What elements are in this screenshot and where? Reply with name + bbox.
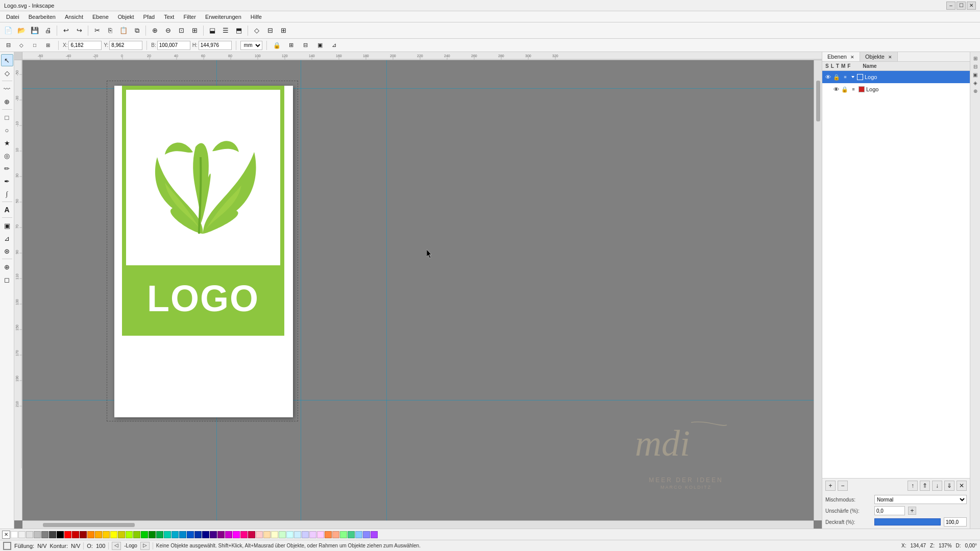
- fill-indicator[interactable]: [3, 542, 11, 550]
- palette-swatch[interactable]: [172, 531, 179, 538]
- palette-swatch[interactable]: [34, 531, 41, 538]
- palette-swatch[interactable]: [187, 531, 194, 538]
- palette-swatch[interactable]: [340, 531, 347, 538]
- palette-swatch[interactable]: [18, 531, 26, 538]
- palette-swatch[interactable]: [363, 531, 370, 538]
- menu-ebene[interactable]: Ebene: [88, 13, 113, 21]
- edge-btn-4[interactable]: ◈: [971, 79, 979, 87]
- menu-erweiterungen[interactable]: Erweiterungen: [201, 13, 246, 21]
- palette-swatch[interactable]: [202, 531, 209, 538]
- duplicate-btn[interactable]: ⧉: [131, 24, 143, 37]
- zoom-in-btn[interactable]: ⊕: [149, 24, 161, 37]
- move-up-btn[interactable]: ↑: [908, 481, 918, 491]
- layer-row-logo-group[interactable]: 👁 🔒 ≡ Logo: [822, 71, 970, 83]
- add-layer-btn[interactable]: +: [825, 481, 836, 491]
- tweak-tool-btn[interactable]: 〰: [1, 83, 13, 95]
- menu-bearbeiten[interactable]: Bearbeiten: [24, 13, 60, 21]
- transform3-btn[interactable]: ▣: [314, 39, 326, 52]
- fit-page-btn[interactable]: ⊞: [188, 24, 201, 37]
- tab-ebenen-close[interactable]: ✕: [850, 55, 854, 60]
- palette-swatch[interactable]: [325, 531, 332, 538]
- dropper-tool-btn[interactable]: ⊛: [1, 245, 13, 257]
- pencil-tool-btn[interactable]: ✏: [1, 162, 13, 174]
- palette-swatch[interactable]: [141, 531, 148, 538]
- paint-tool-btn[interactable]: ⊿: [1, 232, 13, 244]
- menu-text[interactable]: Text: [160, 13, 178, 21]
- layer-prev-btn[interactable]: ◁: [112, 542, 121, 550]
- menu-pfad[interactable]: Pfad: [139, 13, 159, 21]
- palette-swatch[interactable]: [248, 531, 255, 538]
- snap-grid[interactable]: ⊞: [42, 39, 54, 52]
- palette-swatch[interactable]: [26, 531, 33, 538]
- palette-swatch[interactable]: [133, 531, 140, 538]
- palette-swatch[interactable]: [225, 531, 232, 538]
- palette-swatch[interactable]: [317, 531, 324, 538]
- layer-item-list-icon[interactable]: ≡: [850, 86, 857, 93]
- redo-btn[interactable]: ↪: [73, 24, 85, 37]
- fit-btn[interactable]: ⊡: [175, 24, 187, 37]
- spray-tool-btn[interactable]: ⊕: [1, 261, 13, 273]
- palette-swatch[interactable]: [355, 531, 362, 538]
- palette-swatch[interactable]: [371, 531, 378, 538]
- palette-swatch[interactable]: [49, 531, 56, 538]
- move-bottom-btn[interactable]: ⇓: [944, 481, 954, 491]
- palette-swatch[interactable]: [156, 531, 163, 538]
- palette-swatch[interactable]: [72, 531, 79, 538]
- vertical-scroll-thumb[interactable]: [816, 81, 820, 121]
- layer-visibility-icon[interactable]: 👁: [824, 73, 831, 81]
- palette-swatch[interactable]: [332, 531, 339, 538]
- tab-objekte[interactable]: Objekte ✕: [860, 52, 898, 61]
- h-input[interactable]: [199, 41, 232, 50]
- palette-swatch[interactable]: [194, 531, 202, 538]
- palette-swatch[interactable]: [271, 531, 278, 538]
- deckraft-slider[interactable]: [874, 518, 941, 525]
- close-button[interactable]: ✕: [967, 2, 976, 10]
- palette-swatch[interactable]: [11, 531, 18, 538]
- tab-objekte-close[interactable]: ✕: [888, 55, 892, 60]
- b-input[interactable]: [157, 41, 190, 50]
- palette-swatch[interactable]: [80, 531, 87, 538]
- vertical-scrollbar[interactable]: [814, 60, 822, 520]
- align-center-btn[interactable]: ☰: [219, 24, 232, 37]
- cut-btn[interactable]: ✂: [91, 24, 103, 37]
- palette-swatch[interactable]: [233, 531, 240, 538]
- transform2-btn[interactable]: ⊟: [300, 39, 312, 52]
- star-tool-btn[interactable]: ★: [1, 137, 13, 149]
- remove-layer-btn[interactable]: −: [838, 481, 848, 491]
- undo-btn[interactable]: ↩: [60, 24, 72, 37]
- layer-item-lock-icon[interactable]: 🔒: [841, 86, 848, 93]
- snap-btn[interactable]: ⊟: [264, 24, 276, 37]
- pen-tool-btn[interactable]: ✒: [1, 175, 13, 187]
- print-btn[interactable]: 🖨: [42, 24, 54, 37]
- layer-next-btn[interactable]: ▷: [140, 542, 150, 550]
- minimize-button[interactable]: –: [946, 2, 955, 10]
- palette-swatch[interactable]: [348, 531, 355, 538]
- palette-swatch[interactable]: [64, 531, 71, 538]
- spiral-tool-btn[interactable]: ◎: [1, 149, 13, 162]
- select-tool-btn[interactable]: ↖: [1, 54, 13, 66]
- snap-nodes[interactable]: ◇: [15, 39, 28, 52]
- horizontal-scroll-thumb[interactable]: [43, 523, 135, 527]
- palette-swatch[interactable]: [302, 531, 309, 538]
- deckraft-input[interactable]: [944, 517, 967, 527]
- align-right-btn[interactable]: ⬒: [233, 24, 245, 37]
- palette-swatch[interactable]: [110, 531, 117, 538]
- gradient-tool-btn[interactable]: ▣: [1, 219, 13, 232]
- palette-swatch[interactable]: [263, 531, 271, 538]
- layer-lock-icon[interactable]: 🔒: [833, 73, 840, 81]
- zoom-out-btn[interactable]: ⊖: [162, 24, 174, 37]
- node-tool-btn[interactable]: ◇: [1, 67, 13, 79]
- palette-swatch[interactable]: [279, 531, 286, 538]
- node-btn[interactable]: ◇: [251, 24, 263, 37]
- save-btn[interactable]: 💾: [29, 24, 41, 37]
- unschaerfe-input[interactable]: [874, 506, 905, 515]
- menu-filter[interactable]: Filter: [179, 13, 200, 21]
- palette-swatch[interactable]: [126, 531, 133, 538]
- menu-hilfe[interactable]: Hilfe: [247, 13, 266, 21]
- palette-swatch[interactable]: [286, 531, 293, 538]
- snap-bbox[interactable]: □: [29, 39, 41, 52]
- palette-swatch[interactable]: [210, 531, 217, 538]
- transform4-btn[interactable]: ⊿: [328, 39, 340, 52]
- layer-list-icon[interactable]: ≡: [842, 73, 849, 81]
- unschaerfe-plus[interactable]: +: [908, 507, 916, 515]
